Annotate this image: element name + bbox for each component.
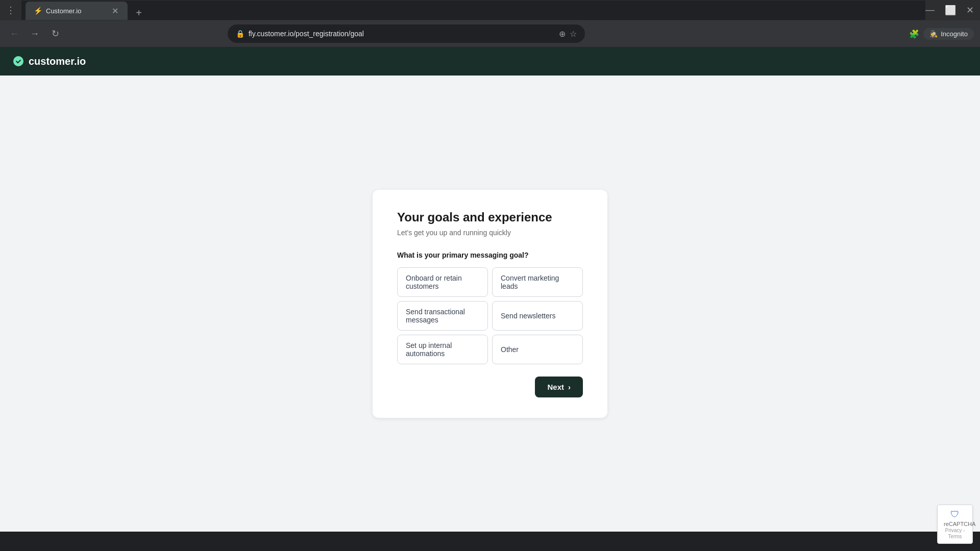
incognito-icon: 🕵 [929, 30, 938, 38]
recaptcha-links: Privacy - Terms [945, 528, 965, 539]
logo-text: customer.io [29, 56, 86, 67]
options-grid: Onboard or retain customers Convert mark… [397, 267, 583, 364]
recaptcha-label: reCAPTCHA [944, 521, 975, 527]
site-nav: customer.io [0, 47, 980, 76]
forward-button[interactable]: → [27, 26, 43, 42]
address-bar-row: ← → ↻ 🔒 fly.customer.io/post_registratio… [0, 20, 980, 47]
option-automations[interactable]: Set up internal automations [397, 335, 488, 364]
window-controls: ⋮ [6, 5, 15, 16]
new-tab-button[interactable]: + [132, 6, 146, 20]
minimize-button[interactable]: — [925, 5, 935, 16]
option-transactional[interactable]: Send transactional messages [397, 301, 488, 331]
option-onboard[interactable]: Onboard or retain customers [397, 267, 488, 297]
extensions-icon[interactable]: 🧩 [909, 29, 919, 39]
next-row: Next › [397, 377, 583, 397]
question-label: What is your primary messaging goal? [397, 251, 583, 259]
active-tab[interactable]: ⚡ Customer.io ✕ [26, 2, 128, 20]
next-button-label: Next [547, 383, 564, 391]
browser-actions: 🧩 🕵 Incognito [909, 28, 974, 40]
option-convert[interactable]: Convert marketing leads [492, 267, 583, 297]
address-bar[interactable]: 🔒 fly.customer.io/post_registration/goal… [228, 24, 585, 43]
next-button[interactable]: Next › [535, 377, 583, 397]
address-icons: ⊕ ☆ [559, 29, 577, 39]
incognito-label: Incognito [941, 30, 968, 38]
svg-point-0 [13, 56, 23, 66]
chevron-right-icon: › [568, 383, 571, 391]
logo: customer.io [12, 55, 86, 67]
lens-icon: ⊕ [559, 29, 566, 39]
recaptcha-logo: 🛡 [944, 509, 966, 520]
main-area: Your goals and experience Let's get you … [0, 76, 980, 532]
goal-card: Your goals and experience Let's get you … [373, 190, 607, 418]
star-icon[interactable]: ☆ [570, 29, 577, 39]
tab-favicon: ⚡ [34, 7, 42, 15]
maximize-button[interactable]: ⬜ [945, 5, 956, 16]
close-button[interactable]: ✕ [966, 5, 974, 16]
card-title: Your goals and experience [397, 210, 583, 224]
refresh-button[interactable]: ↻ [47, 26, 63, 42]
tab-title: Customer.io [46, 7, 81, 15]
url-text: fly.customer.io/post_registration/goal [249, 30, 555, 38]
window-controls-right: — ⬜ ✕ [925, 5, 974, 16]
recaptcha-badge: 🛡 reCAPTCHA Privacy - Terms [937, 505, 973, 544]
logo-icon [12, 55, 24, 67]
card-subtitle: Let's get you up and running quickly [397, 229, 583, 237]
incognito-button[interactable]: 🕵 Incognito [923, 28, 974, 40]
back-button[interactable]: ← [6, 26, 22, 42]
option-other[interactable]: Other [492, 335, 583, 364]
lock-icon: 🔒 [236, 30, 244, 38]
option-newsletters[interactable]: Send newsletters [492, 301, 583, 331]
tab-close-button[interactable]: ✕ [110, 6, 119, 15]
